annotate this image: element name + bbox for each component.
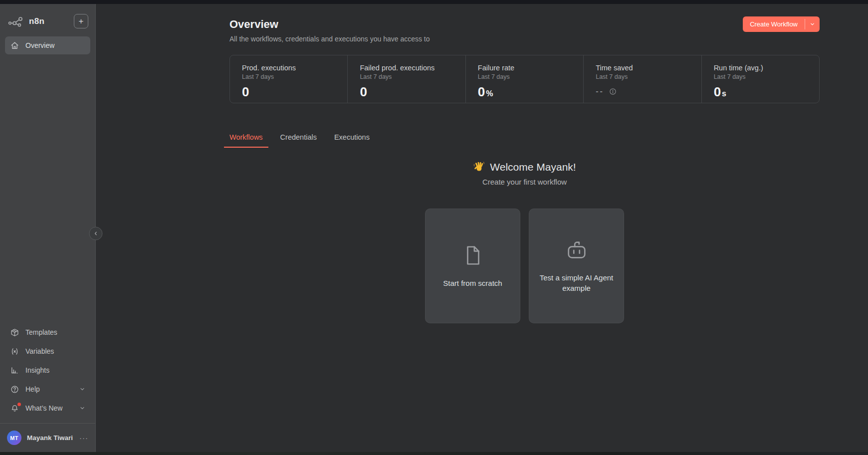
help-circle-icon [10,385,19,394]
sidebar-item-label: What’s New [25,404,62,412]
stat-period: Last 7 days [478,73,573,80]
sidebar-item-whats-new[interactable]: What’s New [5,399,90,417]
desktop-bottom-edge [0,452,868,455]
sidebar-item-label: Overview [25,41,54,49]
starter-actions: Start from scratch Test a simple AI Agen… [229,209,820,323]
stat-title: Failed prod. executions [360,64,455,72]
welcome-title: Welcome Mayank! [490,161,576,173]
user-name: Mayank Tiwari [27,434,73,442]
resource-tabs: Workflows Credentials Executions [224,133,820,148]
stat-failed-executions: Failed prod. executions Last 7 days 0 [347,55,465,103]
browser-top-edge [0,0,868,4]
stat-period: Last 7 days [596,73,691,80]
tab-credentials[interactable]: Credentials [275,133,322,148]
sidebar-item-variables[interactable]: Variables [5,342,90,360]
user-menu-row[interactable]: MT Mayank Tiwari ··· [0,423,95,452]
tab-executions[interactable]: Executions [329,133,375,148]
stat-value: 0 [242,84,249,100]
robot-icon [564,238,589,261]
stat-value: 0 [478,84,485,100]
user-options-button[interactable]: ··· [79,434,88,442]
sidebar-item-label: Insights [25,366,49,374]
sidebar-item-insights[interactable]: Insights [5,361,90,379]
package-icon [10,328,19,337]
sidebar-item-help[interactable]: Help [5,380,90,398]
page-title: Overview [229,18,820,31]
stat-period: Last 7 days [242,73,337,80]
welcome-subtitle: Create your first workflow [229,178,820,186]
ai-agent-example-card[interactable]: Test a simple AI Agent example [529,209,624,323]
file-icon [461,244,484,267]
app-logo-text: n8n [29,16,44,26]
stat-title: Failure rate [478,64,573,72]
stat-failure-rate: Failure rate Last 7 days 0% [465,55,583,103]
waving-hand-icon [473,161,485,173]
welcome-section: Welcome Mayank! Create your first workfl… [229,161,820,186]
stat-title: Prod. executions [242,64,337,72]
bell-icon [10,404,19,413]
bar-chart-icon [10,366,19,375]
sidebar-item-label: Templates [25,328,57,336]
stat-value: 0 [714,84,721,100]
sidebar-item-overview[interactable]: Overview [5,36,90,54]
stat-value: 0 [360,84,367,100]
stat-suffix: s [722,89,726,98]
sidebar-item-label: Help [25,385,40,393]
stat-value: -- [596,87,604,96]
action-card-label: Test a simple AI Agent example [539,272,615,293]
info-icon[interactable] [609,88,617,95]
stat-time-saved: Time saved Last 7 days -- [583,55,701,103]
variable-icon [10,347,19,356]
notification-badge [17,403,21,406]
n8n-logo-icon [8,16,25,27]
stat-suffix: % [486,89,493,98]
sidebar: n8n + Overview [0,4,96,452]
main-content: Overview All the workflows, credentials … [96,4,868,452]
sidebar-collapse-button[interactable] [89,227,103,240]
page-subtitle: All the workflows, credentials and execu… [229,34,820,44]
tab-workflows[interactable]: Workflows [224,133,268,148]
stat-prod-executions: Prod. executions Last 7 days 0 [230,55,347,103]
sidebar-nav: Overview [0,35,95,55]
stat-title: Time saved [596,64,691,72]
sidebar-header: n8n + [0,4,95,35]
home-icon [10,41,19,50]
sidebar-item-templates[interactable]: Templates [5,323,90,341]
action-card-label: Start from scratch [435,278,511,288]
sidebar-item-label: Variables [25,347,54,355]
sidebar-bottom-nav: Templates Variables [0,322,95,423]
chevron-down-icon [79,405,85,411]
avatar: MT [7,431,21,445]
stat-period: Last 7 days [360,73,455,80]
create-workflow-label[interactable]: Create Workflow [743,16,805,32]
create-workflow-button[interactable]: Create Workflow [743,16,820,32]
chevron-down-icon [79,386,85,392]
stat-period: Last 7 days [714,73,809,80]
add-workflow-button[interactable]: + [74,14,88,28]
start-from-scratch-card[interactable]: Start from scratch [425,209,520,323]
stat-title: Run time (avg.) [714,64,809,72]
stat-run-time: Run time (avg.) Last 7 days 0s [701,55,819,103]
stats-summary-bar: Prod. executions Last 7 days 0 Failed pr… [229,55,820,103]
create-workflow-dropdown-button[interactable] [805,16,820,32]
